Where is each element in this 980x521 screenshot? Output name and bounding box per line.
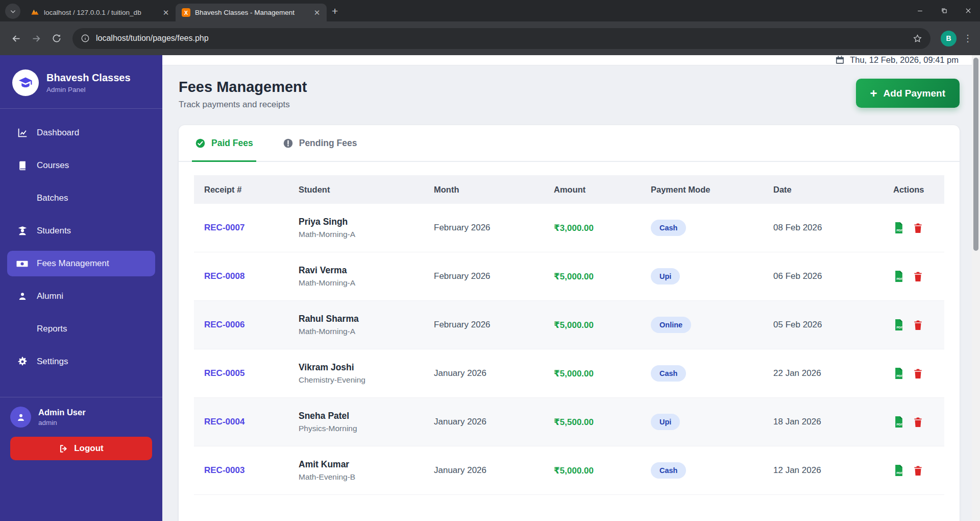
fee-amount: ₹3,000.00 [544, 223, 641, 233]
chart-line-icon [16, 127, 28, 139]
add-payment-button[interactable]: + Add Payment [856, 79, 960, 108]
scrollbar-thumb[interactable] [973, 58, 978, 251]
sidebar-nav: Dashboard Courses Batches Students [0, 109, 162, 382]
minimize-button[interactable] [908, 0, 932, 21]
row-actions: PDF [883, 222, 944, 234]
student-name: Vikram Joshi [299, 362, 413, 373]
tab-title: localhost / 127.0.0.1 / tuition_db [44, 9, 157, 16]
payment-date: 08 Feb 2026 [763, 223, 883, 233]
sidebar-item-settings[interactable]: Settings [7, 349, 155, 374]
student-name: Priya Singh [299, 217, 413, 227]
back-icon[interactable] [7, 30, 24, 47]
browser-menu-icon[interactable]: ⋮ [963, 33, 973, 44]
url-text[interactable]: localhost/tution/pages/fees.php [96, 34, 906, 43]
row-actions: PDF [883, 270, 944, 282]
pdf-receipt-icon[interactable]: PDF [893, 222, 904, 234]
sidebar-item-fees-management[interactable]: Fees Management [7, 251, 155, 276]
col-amount: Amount [544, 185, 641, 195]
fee-month: February 2026 [424, 223, 544, 233]
receipt-link[interactable]: REC-0003 [194, 465, 288, 476]
fee-month: February 2026 [424, 320, 544, 330]
bookmark-star-icon[interactable] [913, 34, 922, 43]
sidebar-footer: Admin User admin Logout [0, 397, 162, 460]
restore-button[interactable] [932, 0, 956, 21]
table-row: REC-0008 Ravi Verma Math-Morning-A Febru… [194, 252, 944, 301]
payment-date: 18 Jan 2026 [763, 417, 883, 427]
payment-mode-badge: Upi [651, 414, 680, 430]
receipt-link[interactable]: REC-0008 [194, 271, 288, 281]
page-scrollbar[interactable] [972, 55, 980, 521]
pdf-receipt-icon[interactable]: PDF [893, 367, 904, 380]
sidebar-item-label: Dashboard [37, 128, 79, 138]
col-month: Month [424, 185, 544, 195]
delete-trash-icon[interactable] [913, 368, 923, 379]
browser-tab-phpmyadmin[interactable]: localhost / 127.0.0.1 / tuition_db ✕ [24, 4, 176, 21]
svg-text:PDF: PDF [896, 277, 902, 280]
topbar-datetime: Thu, 12 Feb, 2026, 09:41 pm [850, 55, 959, 65]
main-area: Thu, 12 Feb, 2026, 09:41 pm Fees Managem… [162, 55, 980, 521]
forward-icon[interactable] [28, 30, 45, 47]
tab-label: Paid Fees [211, 138, 253, 149]
sidebar-item-dashboard[interactable]: Dashboard [7, 120, 155, 146]
svg-text:PDF: PDF [896, 374, 902, 377]
chevron-down-icon [10, 8, 16, 15]
delete-trash-icon[interactable] [913, 320, 923, 330]
tab-paid-fees[interactable]: Paid Fees [195, 125, 253, 161]
graduation-cap-icon [18, 75, 33, 90]
gear-icon [16, 356, 28, 368]
sidebar-item-students[interactable]: Students [7, 218, 155, 244]
delete-trash-icon[interactable] [913, 417, 923, 428]
site-info-icon[interactable] [81, 34, 90, 43]
sidebar-item-batches[interactable]: Batches [7, 185, 155, 211]
url-bar[interactable]: localhost/tution/pages/fees.php [72, 28, 930, 49]
sign-out-icon [59, 444, 68, 454]
payment-mode-badge: Cash [651, 462, 686, 479]
row-actions: PDF [883, 416, 944, 428]
close-icon[interactable]: ✕ [161, 8, 170, 17]
user-name: Admin User [38, 408, 86, 417]
receipt-link[interactable]: REC-0006 [194, 320, 288, 330]
tab-search-button[interactable] [5, 4, 20, 19]
reload-icon[interactable] [48, 30, 65, 47]
receipt-link[interactable]: REC-0007 [194, 223, 288, 233]
pdf-receipt-icon[interactable]: PDF [893, 270, 904, 282]
add-payment-label: Add Payment [884, 88, 945, 99]
brand: Bhavesh Classes Admin Panel [0, 55, 162, 108]
receipt-link[interactable]: REC-0004 [194, 417, 288, 427]
student-batch: Math-Evening-B [299, 472, 413, 482]
sidebar-item-courses[interactable]: Courses [7, 153, 155, 178]
logout-button[interactable]: Logout [10, 437, 152, 460]
user-icon [16, 291, 28, 302]
topbar: Thu, 12 Feb, 2026, 09:41 pm [162, 55, 980, 65]
table-header: Receipt # Student Month Amount Payment M… [194, 175, 944, 204]
fee-amount: ₹5,000.00 [544, 271, 641, 282]
exclamation-circle-icon [283, 138, 293, 149]
close-icon[interactable]: ✕ [312, 8, 322, 17]
svg-text:PDF: PDF [896, 326, 902, 329]
pdf-receipt-icon[interactable]: PDF [893, 464, 904, 477]
delete-trash-icon[interactable] [913, 223, 923, 233]
browser-profile-avatar[interactable]: B [941, 31, 957, 46]
user-avatar [10, 407, 31, 428]
pdf-receipt-icon[interactable]: PDF [893, 416, 904, 428]
delete-trash-icon[interactable] [913, 465, 923, 476]
col-payment-mode: Payment Mode [641, 185, 763, 195]
receipt-link[interactable]: REC-0005 [194, 368, 288, 378]
check-circle-icon [195, 138, 206, 149]
pdf-receipt-icon[interactable]: PDF [893, 319, 904, 331]
brand-subtitle: Admin Panel [46, 86, 131, 93]
table-row: REC-0003 Amit Kumar Math-Evening-B Janua… [194, 446, 944, 495]
row-actions: PDF [883, 367, 944, 380]
browser-tab-bhavesh[interactable]: X Bhavesh Classes - Management ✕ [176, 4, 327, 21]
sidebar-item-alumni[interactable]: Alumni [7, 283, 155, 309]
close-window-button[interactable] [956, 0, 980, 21]
delete-trash-icon[interactable] [913, 271, 923, 282]
sidebar-item-reports[interactable]: Reports [7, 316, 155, 342]
new-tab-button[interactable]: + [332, 5, 338, 17]
svg-text:PDF: PDF [896, 423, 902, 426]
content: Fees Management Track payments and recei… [162, 65, 980, 521]
student-name: Rahul Sharma [299, 314, 413, 324]
fee-amount: ₹5,500.00 [544, 417, 641, 428]
payment-date: 06 Feb 2026 [763, 271, 883, 281]
tab-pending-fees[interactable]: Pending Fees [283, 125, 357, 161]
